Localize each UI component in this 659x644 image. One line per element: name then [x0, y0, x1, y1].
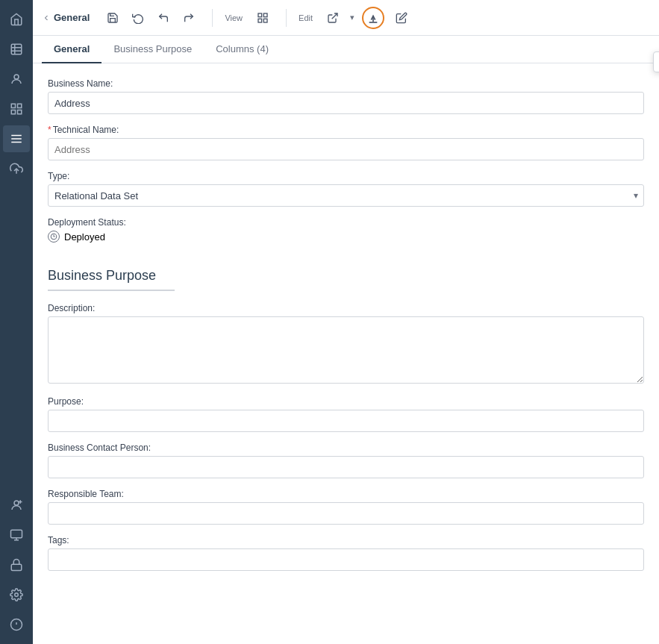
toolbar: General View Edit ▾: [33, 0, 659, 36]
toolbar-general-section: General: [42, 12, 96, 23]
sidebar: [0, 0, 33, 644]
view-label: View: [225, 13, 243, 22]
sidebar-item-dashboard[interactable]: [3, 522, 30, 548]
edit-label: Edit: [299, 13, 313, 22]
spacer: [48, 253, 644, 268]
deployment-status-label: Deployment Status:: [48, 217, 644, 228]
technical-name-group: Technical Name:: [48, 125, 644, 160]
responsible-team-label: Responsible Team:: [48, 489, 644, 499]
sidebar-item-lock[interactable]: [3, 551, 30, 578]
toolbar-divider-2: [286, 9, 287, 27]
sidebar-item-catalog[interactable]: [3, 96, 30, 122]
type-label: Type:: [48, 171, 644, 181]
upload-csv-button[interactable]: [362, 7, 384, 29]
redo-button[interactable]: [178, 7, 200, 29]
svg-rect-5: [11, 104, 15, 107]
toolbar-divider-1: [212, 9, 213, 27]
refresh-button[interactable]: [127, 7, 149, 29]
svg-line-28: [332, 13, 337, 19]
business-name-input[interactable]: [48, 92, 644, 114]
svg-rect-7: [11, 110, 15, 114]
business-contact-input[interactable]: [48, 456, 644, 478]
undo-button[interactable]: [152, 7, 175, 29]
svg-rect-8: [18, 110, 22, 114]
svg-rect-19: [11, 564, 22, 570]
tab-business-purpose[interactable]: Business Purpose: [101, 36, 204, 63]
save-button[interactable]: [101, 7, 124, 29]
type-group: Type: Relational Data Set Dimensional Da…: [48, 171, 644, 207]
deployment-status-row: Deployed: [48, 231, 644, 243]
deployment-status-group: Deployment Status: Deployed: [48, 217, 644, 243]
sidebar-item-upload[interactable]: [3, 155, 30, 182]
description-label: Description:: [48, 303, 644, 313]
svg-rect-26: [258, 19, 262, 22]
dropdown-arrow: ▾: [350, 13, 355, 22]
export-button[interactable]: [322, 7, 344, 29]
sidebar-item-settings[interactable]: [3, 581, 30, 608]
type-select[interactable]: Relational Data Set Dimensional Data Set…: [48, 184, 644, 207]
business-name-label: Business Name:: [48, 78, 644, 89]
sidebar-item-user-manage[interactable]: [3, 492, 30, 519]
sidebar-item-documents[interactable]: [3, 36, 30, 63]
deployment-status-icon: [48, 231, 60, 243]
tab-columns[interactable]: Columns (4): [204, 36, 281, 63]
tabs-bar: General Business Purpose Columns (4): [33, 36, 659, 63]
svg-rect-25: [263, 13, 267, 17]
svg-rect-27: [263, 19, 267, 22]
sidebar-item-data[interactable]: [3, 125, 30, 152]
toolbar-save-section: [101, 7, 200, 29]
business-purpose-section: Business Purpose Description: Purpose: B…: [48, 268, 644, 571]
form-content: Business Name: Technical Name: Type: Rel…: [33, 63, 659, 644]
toolbar-general-label: General: [54, 12, 90, 23]
svg-rect-0: [11, 44, 22, 54]
purpose-label: Purpose:: [48, 396, 644, 407]
svg-rect-24: [258, 13, 262, 17]
technical-name-input[interactable]: [48, 138, 644, 160]
tags-label: Tags:: [48, 535, 644, 545]
chevron-icon: [42, 13, 51, 22]
technical-name-label: Technical Name:: [48, 125, 644, 135]
business-name-group: Business Name:: [48, 78, 644, 114]
section-underline: [48, 290, 175, 291]
type-select-wrapper: Relational Data Set Dimensional Data Set…: [48, 184, 644, 207]
upload-area: Upload Data from CSV File: [362, 7, 384, 29]
tags-group: Tags:: [48, 535, 644, 571]
business-contact-label: Business Contact Person:: [48, 443, 644, 453]
purpose-input[interactable]: [48, 410, 644, 432]
svg-point-13: [14, 501, 19, 505]
tags-input[interactable]: [48, 548, 644, 571]
svg-point-4: [14, 75, 19, 79]
purpose-group: Purpose:: [48, 396, 644, 432]
deployment-status-value: Deployed: [64, 231, 105, 243]
sidebar-item-home[interactable]: [3, 6, 30, 33]
responsible-team-group: Responsible Team:: [48, 489, 644, 525]
sidebar-item-info[interactable]: [3, 611, 30, 638]
svg-rect-16: [11, 530, 22, 538]
description-group: Description:: [48, 303, 644, 386]
edit-pencil-button[interactable]: [390, 7, 413, 29]
svg-point-20: [15, 593, 19, 597]
description-textarea[interactable]: [48, 316, 644, 384]
upload-tooltip: Upload Data from CSV File: [653, 51, 659, 72]
main-content: General View Edit ▾: [33, 0, 659, 644]
tab-general[interactable]: General: [42, 36, 101, 63]
responsible-team-input[interactable]: [48, 502, 644, 525]
business-purpose-title: Business Purpose: [48, 268, 644, 284]
sidebar-item-person[interactable]: [3, 66, 30, 93]
svg-rect-6: [18, 104, 22, 107]
business-contact-group: Business Contact Person:: [48, 443, 644, 478]
grid-view-button[interactable]: [252, 7, 274, 29]
